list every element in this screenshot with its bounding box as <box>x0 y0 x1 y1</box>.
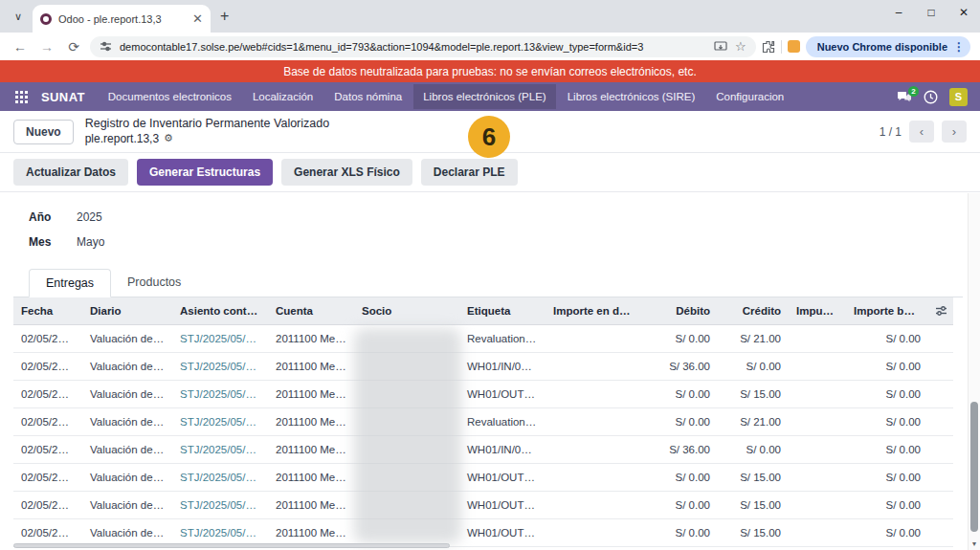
cell-debito: S/ 36.00 <box>639 436 718 464</box>
table-header-row: Fecha Diario Asiento contable Cuenta Soc… <box>13 297 953 325</box>
vertical-scrollbar[interactable]: ▾ <box>968 193 980 550</box>
col-impuesto[interactable]: Impuesto <box>789 297 846 325</box>
table-row[interactable]: 02/05/2025Valuación de inve...STJ/2025/0… <box>13 353 953 381</box>
cell-asiento[interactable]: STJ/2025/05/0008 <box>172 325 268 353</box>
cell-asiento[interactable]: STJ/2025/05/0006 <box>172 381 268 408</box>
col-cuenta[interactable]: Cuenta <box>268 297 354 325</box>
pager-previous-button[interactable]: ‹ <box>909 121 934 143</box>
cell-diario: Valuación de inve... <box>82 492 172 519</box>
cell-debito: S/ 0.00 <box>639 325 718 353</box>
tab-title: Odoo - ple.report.13,3 <box>58 13 186 25</box>
cell-importe_base: S/ 0.00 <box>846 464 928 492</box>
menu-libros-electronicos-ple[interactable]: Libros electrónicos (PLE) <box>413 84 555 109</box>
cell-diario: Valuación de inve... <box>82 381 172 408</box>
cell-impuesto <box>789 381 846 408</box>
cell-asiento[interactable]: STJ/2025/05/0003 <box>172 464 268 492</box>
actualizar-datos-button[interactable]: Actualizar Datos <box>13 159 128 186</box>
col-debito[interactable]: Débito <box>639 297 718 325</box>
minimize-button[interactable]: – <box>882 0 915 25</box>
activities-clock-icon[interactable] <box>924 90 938 104</box>
col-etiqueta[interactable]: Etiqueta <box>459 297 546 325</box>
vertical-scrollbar-thumb[interactable] <box>970 402 978 532</box>
declarar-ple-button[interactable]: Declarar PLE <box>421 159 518 186</box>
app-brand[interactable]: SUNAT <box>35 90 97 104</box>
pager-next-button[interactable]: › <box>942 121 967 143</box>
menu-datos-nomina[interactable]: Datos nómina <box>324 84 412 109</box>
cell-importe_div <box>546 408 639 436</box>
lines-table: Fecha Diario Asiento contable Cuenta Soc… <box>13 297 953 547</box>
breadcrumb: Registro de Inventario Permanente Valori… <box>85 117 329 146</box>
back-icon[interactable]: ← <box>10 39 31 55</box>
cell-diario: Valuación de inve... <box>82 353 172 381</box>
address-bar[interactable]: democontable17.solse.pe/web#cids=1&menu_… <box>90 36 756 57</box>
table-row[interactable]: 02/05/2025Valuación de inve...STJ/2025/0… <box>13 325 953 353</box>
extensions-puzzle-icon[interactable] <box>762 40 775 54</box>
browser-tab[interactable]: Odoo - ple.report.13,3 ✕ <box>33 5 211 33</box>
messages-button[interactable]: 2 <box>897 91 912 103</box>
close-button[interactable]: ✕ <box>947 0 980 25</box>
optional-columns-button[interactable] <box>928 297 953 325</box>
form-action-bar: Actualizar Datos Generar Estructuras Gen… <box>0 153 980 192</box>
table-row[interactable]: 02/05/2025Valuación de inve...STJ/2025/0… <box>13 408 953 436</box>
table-row[interactable]: 02/05/2025Valuación de inve...STJ/2025/0… <box>13 464 953 492</box>
year-value[interactable]: 2025 <box>77 210 102 224</box>
cell-options <box>928 436 953 464</box>
cell-asiento[interactable]: STJ/2025/05/0002 <box>172 492 268 519</box>
menu-documentos-electronicos[interactable]: Documentos electronicos <box>99 84 241 109</box>
new-tab-button[interactable]: + <box>220 8 229 25</box>
col-importe-base[interactable]: Importe base <box>846 297 928 325</box>
forward-icon[interactable]: → <box>36 39 57 55</box>
table-row[interactable]: 02/05/2025Valuación de inve...STJ/2025/0… <box>13 381 953 408</box>
cell-asiento[interactable]: STJ/2025/05/0004 <box>172 436 268 464</box>
tab-search-chevron-icon[interactable]: ∨ <box>8 6 29 27</box>
menu-configuracion[interactable]: Configuracion <box>706 84 793 109</box>
table-row[interactable]: 02/05/2025Valuación de inve...STJ/2025/0… <box>13 436 953 464</box>
chrome-update-button[interactable]: Nuevo Chrome disponible ⋮ <box>806 36 970 57</box>
tab-close-icon[interactable]: ✕ <box>192 11 203 26</box>
col-socio[interactable]: Socio <box>354 297 459 325</box>
action-gear-icon[interactable]: ⚙ <box>164 132 173 145</box>
user-avatar[interactable]: S <box>949 88 968 106</box>
cell-fecha: 02/05/2025 <box>13 464 82 492</box>
profile-extension-icon[interactable] <box>788 40 800 53</box>
site-settings-icon[interactable] <box>100 40 112 53</box>
cell-socio <box>354 464 459 492</box>
cell-etiqueta: WH01/IN/00020 ... <box>459 353 546 381</box>
menu-libros-electronicos-sire[interactable]: Libros electrónicos (SIRE) <box>558 84 705 109</box>
apps-grid-icon[interactable] <box>9 91 33 103</box>
reload-icon[interactable]: ⟳ <box>63 39 84 55</box>
scroll-down-arrow-icon[interactable]: ▾ <box>969 539 980 548</box>
generar-estructuras-button[interactable]: Generar Estructuras <box>137 159 273 186</box>
new-record-button[interactable]: Nuevo <box>13 120 74 144</box>
bookmark-star-icon[interactable]: ☆ <box>735 39 746 54</box>
cell-debito: S/ 0.00 <box>639 464 718 492</box>
cell-importe_div <box>546 519 639 547</box>
col-importe-div[interactable]: Importe en div... <box>546 297 639 325</box>
notebook: Entregas Productos Fecha Diario Asiento … <box>13 268 963 547</box>
save-to-device-icon[interactable] <box>714 41 727 53</box>
table-body: 02/05/2025Valuación de inve...STJ/2025/0… <box>13 325 953 547</box>
col-credito[interactable]: Crédito <box>718 297 789 325</box>
maximize-button[interactable]: □ <box>915 0 947 25</box>
cell-asiento[interactable]: STJ/2025/05/0005 <box>172 408 268 436</box>
breadcrumb-title[interactable]: Registro de Inventario Permanente Valori… <box>85 117 329 132</box>
cell-asiento[interactable]: STJ/2025/05/0007 <box>172 353 268 381</box>
tab-entregas[interactable]: Entregas <box>29 269 111 297</box>
menu-localizacion[interactable]: Localización <box>243 84 323 109</box>
breadcrumb-record-name: ple.report.13,3 <box>85 132 159 146</box>
cell-etiqueta: Revaluation of W... <box>459 325 546 353</box>
col-diario[interactable]: Diario <box>82 297 172 325</box>
col-fecha[interactable]: Fecha <box>13 297 82 325</box>
table-row[interactable]: 02/05/2025Valuación de inve...STJ/2025/0… <box>13 492 953 519</box>
tab-productos[interactable]: Productos <box>111 269 197 297</box>
month-value[interactable]: Mayo <box>77 235 104 249</box>
url-text: democontable17.solse.pe/web#cids=1&menu_… <box>120 41 706 53</box>
generar-xls-fisico-button[interactable]: Generar XLS Físico <box>281 159 412 186</box>
browser-menu-icon[interactable]: ⋮ <box>953 40 965 54</box>
horizontal-scrollbar-thumb[interactable] <box>13 543 450 548</box>
cell-fecha: 02/05/2025 <box>13 353 82 381</box>
cell-socio <box>354 353 459 381</box>
odoo-favicon-icon <box>40 13 52 25</box>
col-asiento-contable[interactable]: Asiento contable <box>172 297 268 325</box>
cell-diario: Valuación de inve... <box>82 464 172 492</box>
